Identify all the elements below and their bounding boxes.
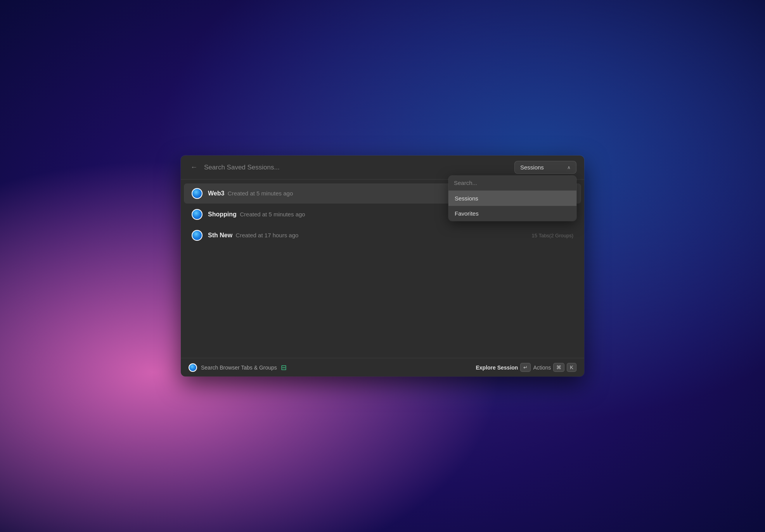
back-button[interactable]: ← (189, 162, 199, 173)
session-item[interactable]: Sth New Created at 17 hours ago 15 Tabs(… (184, 225, 581, 245)
session-info: Shopping Created at 5 minutes ago (208, 211, 305, 218)
session-tabs-count: 15 Tabs(2 Groups) (532, 233, 573, 238)
dropdown-item-sessions[interactable]: Sessions (448, 191, 576, 206)
session-info: Sth New Created at 17 hours ago (208, 232, 298, 239)
header: ← Sessions ∧ Sessions Favorites (181, 155, 584, 180)
session-time: Created at 5 minutes ago (228, 190, 293, 197)
dropdown-search-input[interactable] (454, 180, 571, 186)
session-time: Created at 5 minutes ago (240, 211, 305, 218)
session-name: Shopping (208, 211, 237, 218)
main-window: ← Sessions ∧ Sessions Favorites We (181, 155, 584, 377)
chevron-up-icon: ∧ (567, 165, 571, 170)
sessions-dropdown-button[interactable]: Sessions ∧ (514, 161, 576, 174)
dropdown-label: Sessions (520, 164, 544, 171)
footer-search-tabs-label: Search Browser Tabs & Groups (201, 364, 277, 371)
enter-key-badge: ↵ (520, 363, 531, 372)
session-time: Created at 17 hours ago (236, 232, 299, 238)
session-name: Sth New (208, 232, 232, 238)
explore-session-label: Explore Session (476, 364, 518, 371)
search-input[interactable] (204, 164, 510, 171)
dropdown-menu: Sessions Favorites (448, 176, 576, 221)
dropdown-search-area (448, 176, 576, 191)
session-info: Web3 Created at 5 minutes ago (208, 190, 293, 197)
footer-right: Explore Session ↵ Actions ⌘ K (476, 363, 576, 372)
session-icon (192, 230, 202, 241)
cmd-key-badge: ⌘ (553, 363, 564, 372)
session-icon (192, 209, 202, 220)
save-icon[interactable]: ⊟ (281, 363, 287, 372)
session-icon (192, 188, 202, 199)
k-key-badge: K (567, 363, 576, 372)
footer-session-icon (189, 363, 197, 372)
footer-left: Search Browser Tabs & Groups ⊟ (189, 363, 472, 372)
dropdown-item-favorites[interactable]: Favorites (448, 206, 576, 221)
footer: Search Browser Tabs & Groups ⊟ Explore S… (181, 358, 584, 377)
session-name: Web3 (208, 190, 224, 197)
back-icon: ← (190, 163, 197, 171)
actions-label: Actions (533, 364, 551, 371)
